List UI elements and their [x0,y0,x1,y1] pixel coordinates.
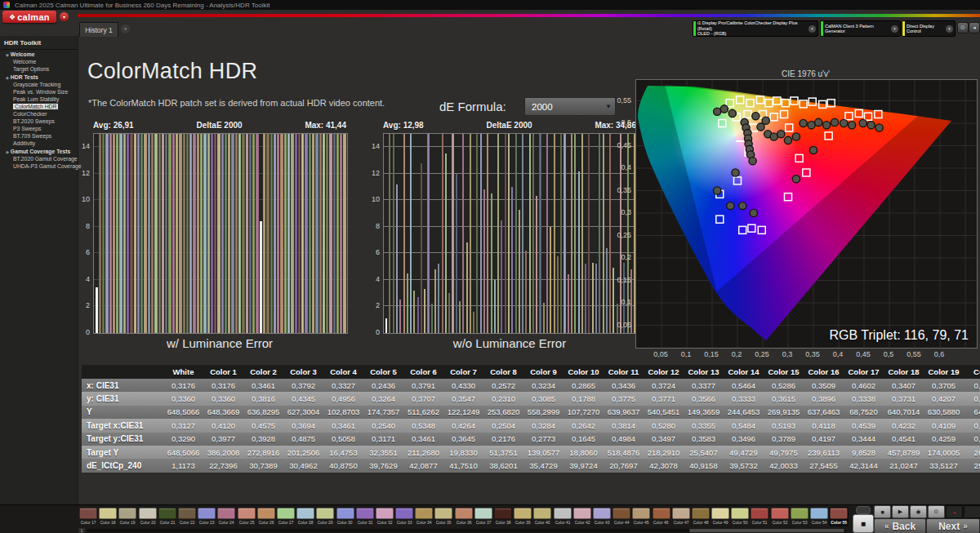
patch-swatch-color-52[interactable]: Color 52 [770,507,790,526]
sidebar-item-target-options[interactable]: Target Options [0,65,78,73]
patch-swatch-color-29[interactable]: Color 29 [315,507,335,526]
patch-swatch-color-54[interactable]: Color 54 [809,507,829,526]
patch-swatch-color-21[interactable]: Color 21 [158,507,177,526]
patch-swatch-color-34[interactable]: Color 34 [414,507,434,526]
display-control-button[interactable]: Direct Display Control ▾ [902,20,956,37]
patch-swatch-color-49[interactable]: Color 49 [710,507,730,526]
sidebar-section[interactable]: ◆Gamut Coverage Tests [0,147,78,155]
patch-swatch-color-27[interactable]: Color 27 [276,507,296,526]
display-control-name: Direct Display Control [906,24,944,34]
patch-swatch-color-43[interactable]: Color 43 [592,507,612,526]
patch-swatch-color-50[interactable]: Color 50 [730,507,750,526]
play-button[interactable]: ▶ [892,505,909,518]
chevron-down-icon[interactable]: ▾ [891,25,898,33]
patch-swatch-color-35[interactable]: Color 35 [434,507,453,526]
patch-swatch-color-24[interactable]: Color 24 [216,507,236,526]
table-value-cell: 0,4539 [844,421,884,430]
table-row-label: dE_ICtCp_240 [82,461,163,470]
swatch-chip [79,508,97,519]
patch-swatch-color-37[interactable]: Color 37 [474,507,493,526]
patch-swatch-color-25[interactable]: Color 25 [237,507,256,526]
sidebar-item-p3-sweeps[interactable]: P3 Sweeps [0,125,78,132]
swatch-chip [118,508,136,519]
patch-swatch-color-28[interactable]: Color 28 [296,507,315,526]
patch-swatch-color-26[interactable]: Color 26 [256,507,276,526]
table-column-header: Color 4 [323,367,363,376]
main-menu-button[interactable]: ▾ [60,12,69,21]
patch-swatch-color-51[interactable]: Color 51 [750,507,769,526]
patch-swatch-color-46[interactable]: Color 46 [651,507,670,526]
sidebar-item-colorchecker[interactable]: ColorChecker [0,110,78,118]
sidebar-item-additivity[interactable]: Additivity [0,140,78,147]
chevron-down-icon[interactable]: ▾ [808,25,816,33]
sidebar-item-bt-709-sweeps[interactable]: BT.709 Sweeps [0,132,78,140]
patch-swatch-color-19[interactable]: Color 19 [118,507,137,526]
meter-connection-button[interactable]: i1 Display Pro/Calibrite ColorChecker Di… [693,20,818,37]
sidebar-item-uhda-p3-gamut-coverage[interactable]: UHDA-P3 Gamut Coverage [0,162,78,170]
power-button[interactable]: ● [946,505,963,518]
patch-swatch-color-42[interactable]: Color 42 [572,507,592,526]
chevron-down-icon[interactable]: ▾ [946,25,953,33]
record-button[interactable]: ⊙ [928,505,945,518]
settings-button[interactable]: ⊙ [957,22,969,33]
aperture-button[interactable]: ◉ [910,505,927,518]
swatch-chip [573,508,591,519]
sidebar-item-peak-vs-window-size[interactable]: Peak vs. Window Size [0,88,78,95]
options-pill-button[interactable] [856,506,871,514]
patch-swatch-color-48[interactable]: Color 48 [691,507,710,526]
sidebar-item-grayscale-tracking[interactable]: Grayscale Tracking [0,81,78,88]
table-column-header: Color 7 [443,367,483,376]
sidebar-section[interactable]: ◆HDR Tests [0,73,78,81]
patch-swatch-color-20[interactable]: Color 20 [138,507,158,526]
de-bar [568,274,569,333]
back-button[interactable]: « Back [874,518,926,533]
de-bar [127,134,129,333]
stop-measure-button[interactable]: ■ [853,514,874,533]
patch-swatch-color-23[interactable]: Color 23 [197,507,216,526]
de-bar [491,193,492,333]
patch-swatch-color-18[interactable]: Color 18 [98,507,118,526]
sidebar-item-welcome[interactable]: Welcome [0,58,78,65]
patch-swatch-color-31[interactable]: Color 31 [355,507,375,526]
patch-swatch-color-44[interactable]: Color 44 [612,507,631,526]
swatch-scrollbar[interactable] [87,529,846,532]
blank-button[interactable] [964,505,980,518]
source-connection-button[interactable]: CalMAN Client 3 Pattern Generator ▾ [820,20,901,37]
patch-swatch-color-39[interactable]: Color 39 [513,507,532,526]
patch-swatch-color-41[interactable]: Color 41 [553,507,572,526]
patch-swatch-color-17[interactable]: Color 17 [78,507,98,526]
patch-swatch-color-30[interactable]: Color 30 [335,507,354,526]
patch-swatch-color-55[interactable]: Color 55 [829,507,849,526]
de-bar [309,134,311,333]
cie-1976-diagram: CIE 1976 u'v' 0,050,10,150,20,250,30,350… [608,69,980,371]
patch-swatch-color-22[interactable]: Color 22 [177,507,197,526]
de-bar [96,287,98,333]
table-value-cell: 0,3436 [604,381,644,390]
next-button[interactable]: Next » [926,518,980,533]
add-tab-button[interactable]: + [121,24,130,33]
sidebar-item-bt-2020-sweeps[interactable]: BT.2020 Sweeps [0,118,78,125]
sidebar-header: HDR Toolkit [0,36,78,50]
table-value-cell: 39,5732 [724,461,764,470]
target-square [825,132,832,140]
tab-history-1[interactable]: History 1 [79,22,118,37]
chevron-left-icon: « [884,522,889,531]
de-formula-dropdown[interactable]: 2000 ▼ [524,97,616,116]
patch-swatch-color-53[interactable]: Color 53 [790,507,809,526]
sidebar-item-bt-2020-gamut-coverage[interactable]: BT.2020 Gamut Coverage [0,155,78,162]
calman-logo[interactable]: ❖ calman [2,11,56,23]
patch-swatch-color-38[interactable]: Color 38 [493,507,513,526]
sidebar-item-peak-lum-stability[interactable]: Peak Lum Stability [0,95,78,103]
patch-swatch-color-36[interactable]: Color 36 [454,507,474,526]
patch-swatch-color-45[interactable]: Color 45 [631,507,651,526]
patch-swatch-color-40[interactable]: Color 40 [532,507,552,526]
sidebar-section[interactable]: ◆Welcome [0,50,78,58]
collapse-panel-button[interactable]: ◂ [969,22,980,33]
table-row-label: x: CIE31 [82,381,163,390]
patch-swatch-color-33[interactable]: Color 33 [394,507,414,526]
patch-swatch-color-47[interactable]: Color 47 [671,507,691,526]
stop-button[interactable]: ■ [874,505,891,518]
sidebar-item-colormatch-hdr[interactable]: ColorMatch HDR [0,103,78,110]
scrollbar-thumb[interactable] [689,529,844,532]
patch-swatch-color-32[interactable]: Color 32 [375,507,394,526]
